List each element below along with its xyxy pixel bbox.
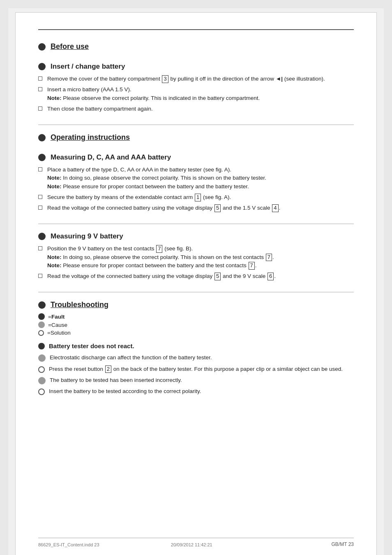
solution-text-2: Insert the battery to be tested accordin… xyxy=(49,387,354,395)
ref-6: 6 xyxy=(267,273,274,280)
legend-cause: =Cause xyxy=(38,321,354,328)
list-item: Position the 9 V battery on the test con… xyxy=(38,245,354,270)
footer-date: 20/09/2012 11:42:21 xyxy=(171,542,212,547)
bullet-operating xyxy=(38,134,46,141)
troubleshooting-heading: Troubleshooting xyxy=(38,301,354,309)
legend-fault: =Fault xyxy=(38,313,354,320)
note-label: Note: xyxy=(47,262,62,268)
solution-icon xyxy=(38,388,45,395)
measuring-abc-title: Measuring D, C, AA and AAA battery xyxy=(51,153,171,162)
ref-1: 1 xyxy=(195,194,201,201)
section-measuring-abc: Measuring D, C, AA and AAA battery Place… xyxy=(38,153,354,212)
section-measuring-9v: Measuring 9 V battery Position the 9 V b… xyxy=(38,232,354,280)
document-page: Before use Insert / change battery Remov… xyxy=(15,12,377,555)
square-bullet-icon xyxy=(38,246,42,250)
cause-item-1: Electrostatic discharge can affect the f… xyxy=(38,354,354,362)
note-label: Note: xyxy=(47,175,62,181)
solution-icon xyxy=(38,366,45,373)
insert-battery-title: Insert / change battery xyxy=(51,62,125,71)
list-item: Read the voltage of the connected batter… xyxy=(38,204,354,212)
measuring-9v-title: Measuring 9 V battery xyxy=(51,232,123,240)
solution-text-1: Press the reset button 2 on the back of … xyxy=(49,365,354,373)
square-bullet-icon xyxy=(38,195,42,199)
legend-solution-label: =Solution xyxy=(47,330,71,336)
fault-list: Electrostatic discharge can affect the f… xyxy=(38,354,354,395)
ref-7a: 7 xyxy=(156,245,162,253)
cause-icon xyxy=(38,377,46,384)
cause-text-1: Electrostatic discharge can affect the f… xyxy=(50,354,354,362)
section-operating-instructions: Operating instructions xyxy=(38,133,354,142)
square-bullet-icon xyxy=(38,106,42,111)
footer-file-name: 86629_ES-IT_Content.indd 23 xyxy=(38,542,99,547)
cause-item-2: The battery to be tested has been insert… xyxy=(38,376,354,384)
ref-7c: 7 xyxy=(249,262,255,270)
legend-fault-icon xyxy=(38,313,45,320)
list-item: Then close the battery compartment again… xyxy=(38,105,354,113)
list-item-content: Read the voltage of the connected batter… xyxy=(47,272,354,280)
bullet-measuring-abc xyxy=(38,154,46,161)
operating-instructions-title: Operating instructions xyxy=(51,133,130,142)
troubleshooting-title: Troubleshooting xyxy=(51,301,108,309)
insert-battery-list: Remove the cover of the battery compartm… xyxy=(38,75,354,113)
list-item-content: Remove the cover of the battery compartm… xyxy=(47,75,354,83)
list-item-content: Read the voltage of the connected batter… xyxy=(47,204,354,212)
ref-3: 3 xyxy=(162,75,168,83)
bullet-insert-battery xyxy=(38,63,46,70)
cause-icon xyxy=(38,354,46,362)
legend-cause-icon xyxy=(38,321,45,328)
ref-5b: 5 xyxy=(214,273,221,280)
measuring-abc-list: Place a battery of the type D, C, AA or … xyxy=(38,166,354,212)
ref-5: 5 xyxy=(214,204,221,212)
ref-2: 2 xyxy=(105,365,111,373)
operating-instructions-heading: Operating instructions xyxy=(38,133,354,142)
footer-page-info: GB/MT 23 xyxy=(332,541,354,547)
ref-4: 4 xyxy=(272,204,278,212)
list-item: Read the voltage of the connected batter… xyxy=(38,272,354,280)
measuring-9v-list: Position the 9 V battery on the test con… xyxy=(38,245,354,280)
list-item-content: Place a battery of the type D, C, AA or … xyxy=(47,166,354,191)
ref-7b: 7 xyxy=(266,254,272,261)
section-divider xyxy=(38,125,354,125)
measuring-abc-heading: Measuring D, C, AA and AAA battery xyxy=(38,153,354,162)
section-divider xyxy=(38,224,354,224)
list-item: Insert a micro battery (AAA 1.5 V). Note… xyxy=(38,86,354,102)
note-label: Note: xyxy=(47,254,62,260)
list-item-content: Insert a micro battery (AAA 1.5 V). Note… xyxy=(47,86,354,102)
bottom-line xyxy=(38,538,354,538)
legend-fault-label: =Fault xyxy=(48,314,65,320)
square-bullet-icon xyxy=(38,76,42,81)
legend-cause-label: =Cause xyxy=(48,322,67,328)
cause-text-2: The battery to be tested has been insert… xyxy=(50,376,354,384)
list-item: Place a battery of the type D, C, AA or … xyxy=(38,166,354,191)
list-item: Remove the cover of the battery compartm… xyxy=(38,75,354,83)
footer-right: GB/MT 23 xyxy=(332,541,354,547)
fault-bullet xyxy=(38,343,45,349)
page-wrapper: Before use Insert / change battery Remov… xyxy=(8,8,384,555)
section-insert-battery: Insert / change battery Remove the cover… xyxy=(38,62,354,113)
note-label: Note: xyxy=(47,95,62,101)
list-item-content: Then close the battery compartment again… xyxy=(47,105,354,113)
solution-item-2: Insert the battery to be tested accordin… xyxy=(38,387,354,395)
fault-title: Battery tester does not react. xyxy=(49,342,134,349)
list-item-content: Secure the battery by means of the exten… xyxy=(47,193,354,201)
legend-solution: =Solution xyxy=(38,330,354,336)
before-use-heading: Before use xyxy=(38,42,354,51)
bullet-measuring-9v xyxy=(38,233,46,240)
troubleshoot-legend: =Fault =Cause =Solution xyxy=(38,313,354,336)
bullet-troubleshooting xyxy=(38,301,46,309)
list-item: Secure the battery by means of the exten… xyxy=(38,193,354,201)
footer-left: 86629_ES-IT_Content.indd 23 20/09/2012 1… xyxy=(38,542,212,547)
measuring-9v-heading: Measuring 9 V battery xyxy=(38,232,354,240)
list-item-content: Position the 9 V battery on the test con… xyxy=(47,245,354,270)
solution-item-1: Press the reset button 2 on the back of … xyxy=(38,365,354,373)
square-bullet-icon xyxy=(38,274,42,278)
note-label: Note: xyxy=(47,183,62,190)
legend-solution-icon xyxy=(38,330,44,336)
section-before-use: Before use xyxy=(38,42,354,51)
square-bullet-icon xyxy=(38,167,42,171)
bullet-before-use xyxy=(38,43,46,51)
square-bullet-icon xyxy=(38,87,42,91)
section-troubleshooting: Troubleshooting =Fault =Cause =Solution xyxy=(38,301,354,395)
fault-heading: Battery tester does not react. xyxy=(38,342,354,349)
before-use-title: Before use xyxy=(51,42,89,51)
